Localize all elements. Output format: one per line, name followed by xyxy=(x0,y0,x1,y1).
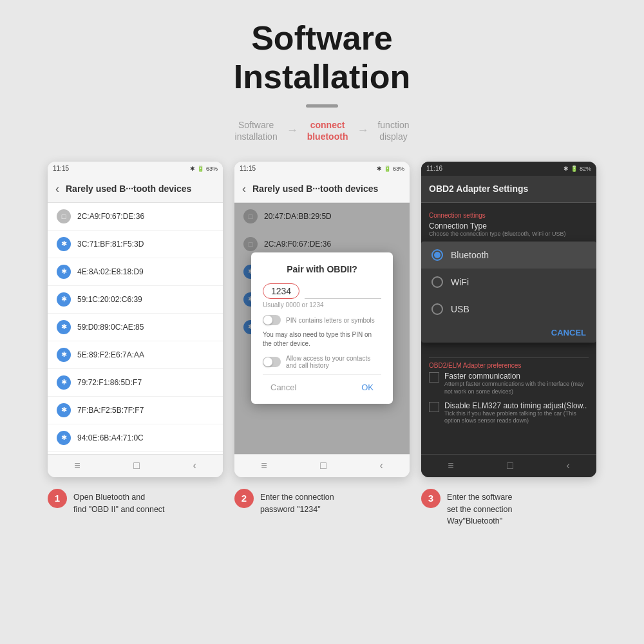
faster-comm-checkbox[interactable] xyxy=(429,372,439,383)
device-name: 59:1C:20:02:C6:39 xyxy=(77,295,142,304)
phone1-status-icons: ✱🔋 63% xyxy=(190,166,218,172)
home-icon[interactable]: □ xyxy=(320,460,327,471)
header-title: Software Installation xyxy=(234,19,410,97)
device-name: 4E:8A:02:E8:18:D9 xyxy=(77,267,144,276)
bluetooth-radio xyxy=(431,249,443,261)
connection-type-title: Connection Type xyxy=(429,222,589,231)
list-item[interactable]: □ 2C:A9:F0:67:DE:36 xyxy=(48,203,223,231)
bluetooth-label: Bluetooth xyxy=(451,250,489,260)
phone2-time: 11:15 xyxy=(240,165,256,172)
list-item[interactable]: ✱ 94:0E:6B:A4:71:0C xyxy=(48,424,223,452)
phone3-status-icons: ✱🔋82% xyxy=(564,166,591,172)
caption-2-text: Enter the connectionpassword "1234" xyxy=(260,489,334,516)
home-icon[interactable]: □ xyxy=(507,460,513,471)
device-name: 5E:89:F2:E6:7A:AA xyxy=(77,350,144,359)
toggle1-row: PIN contains letters or symbols xyxy=(263,315,381,325)
phone1-bottom-nav: ≡ □ ‹ xyxy=(48,454,223,477)
arrow-2: → xyxy=(357,124,368,137)
dialog-hint: Usually 0000 or 1234 xyxy=(263,301,381,308)
step-circle-3: 3 xyxy=(421,489,440,508)
step-circle-1: 1 xyxy=(48,489,67,508)
connection-type-item[interactable]: Connection Type Choose the connection ty… xyxy=(429,222,589,238)
page: Software Installation Softwareinstallati… xyxy=(0,0,644,644)
bluetooth-option[interactable]: Bluetooth xyxy=(421,242,596,269)
phone1-nav-bar: ‹ Rarely used B···tooth devices xyxy=(48,176,223,203)
toggle2[interactable] xyxy=(263,357,281,367)
phone2-device-list: □ 20:47:DA:BB:29:5D □ 2C:A9:F0:67:DE:36 … xyxy=(234,203,410,454)
back-icon[interactable]: ‹ xyxy=(566,460,569,471)
menu-icon[interactable]: ≡ xyxy=(448,460,453,471)
bluetooth-icon: ✱ xyxy=(57,375,71,390)
list-item[interactable]: ✱ 3C:71:BF:81:F5:3D xyxy=(48,231,223,258)
device-name: 59:D0:89:0C:AE:85 xyxy=(77,323,144,332)
disable-elm-title: Disable ELM327 auto timing adjust(Slow.. xyxy=(444,401,589,410)
list-item[interactable]: ✱ 59:1C:20:02:C6:39 xyxy=(48,286,223,314)
bluetooth-icon: ✱ xyxy=(57,348,71,362)
pair-dialog: Pair with OBDII? 1234 Usually 0000 or 12… xyxy=(251,252,393,404)
dropdown-cancel-button[interactable]: CANCEL xyxy=(421,323,596,343)
phone1-back-icon[interactable]: ‹ xyxy=(55,182,59,196)
list-item[interactable]: ✱ 79:72:F1:86:5D:F7 xyxy=(48,369,223,397)
toggle2-label: Allow access to your contacts and call h… xyxy=(286,355,381,369)
faster-comm-sub: Attempt faster communications with the i… xyxy=(444,381,589,395)
toggle1[interactable] xyxy=(263,315,281,325)
phone2-nav-bar: ‹ Rarely used B···tooth devices xyxy=(234,176,410,203)
ok-button[interactable]: OK xyxy=(354,380,381,395)
usb-label: USB xyxy=(451,304,469,314)
wifi-label: WiFi xyxy=(451,277,469,287)
caption-1: 1 Open Bluetooth andfind "OBD II" and co… xyxy=(48,489,223,527)
phone3-time: 11:16 xyxy=(426,165,442,172)
caption-2: 2 Enter the connectionpassword "1234" xyxy=(234,489,410,527)
usb-option[interactable]: USB xyxy=(421,296,596,323)
phone-1: 11:15 ✱🔋 63% ‹ Rarely used B···tooth dev… xyxy=(48,162,223,477)
bluetooth-icon: ✱ xyxy=(57,320,71,334)
pin-input-box[interactable] xyxy=(305,283,381,299)
cancel-button[interactable]: Cancel xyxy=(263,380,304,395)
phone2-back-icon[interactable]: ‹ xyxy=(242,182,246,196)
device-icon-gray: □ xyxy=(57,209,71,223)
bluetooth-icon: ✱ xyxy=(57,237,71,251)
captions-row: 1 Open Bluetooth andfind "OBD II" and co… xyxy=(26,489,618,527)
elm-section-label: OBD2/ELM Adapter preferences xyxy=(429,362,589,369)
back-icon[interactable]: ‹ xyxy=(193,460,196,471)
device-name: 79:72:F1:86:5D:F7 xyxy=(77,378,142,387)
device-name: 7F:BA:F2:5B:7F:F7 xyxy=(77,406,144,415)
radio-inner xyxy=(434,252,440,258)
phones-row: 11:15 ✱🔋 63% ‹ Rarely used B···tooth dev… xyxy=(26,162,618,477)
disable-elm-sub: Tick this if you have problem talking to… xyxy=(444,410,589,425)
bluetooth-icon: ✱ xyxy=(57,431,71,445)
list-item[interactable]: ✱ 59:D0:89:0C:AE:85 xyxy=(48,314,223,341)
list-item[interactable]: ✱ 5E:89:F2:E6:7A:AA xyxy=(48,341,223,369)
phone1-status-bar: 11:15 ✱🔋 63% xyxy=(48,162,223,176)
step-2-label: connectbluetooth xyxy=(307,119,348,142)
faster-comm-item[interactable]: Faster communication Attempt faster comm… xyxy=(429,372,589,395)
step-1-label: Softwareinstallation xyxy=(235,119,278,142)
home-icon[interactable]: □ xyxy=(133,460,140,471)
faster-comm-title: Faster communication xyxy=(444,372,589,381)
phone1-time: 11:15 xyxy=(53,165,69,172)
phone2-status-icons: ✱🔋63% xyxy=(377,166,404,172)
connection-type-sub: Choose the connection type (Bluetooth, W… xyxy=(429,231,589,238)
list-item[interactable]: ✱ 4E:8A:02:E8:18:D9 xyxy=(48,258,223,286)
phone1-device-list: □ 2C:A9:F0:67:DE:36 ✱ 3C:71:BF:81:F5:3D … xyxy=(48,203,223,454)
disable-elm-checkbox[interactable] xyxy=(429,402,439,412)
step-circle-2: 2 xyxy=(234,489,254,508)
bluetooth-icon: ✱ xyxy=(57,292,71,307)
device-name: 2C:A9:F0:67:DE:36 xyxy=(77,212,144,221)
wifi-option[interactable]: WiFi xyxy=(421,269,596,296)
list-item[interactable]: ✱ 7F:BA:F2:5B:7F:F7 xyxy=(48,397,223,424)
phone2-status-bar: 11:15 ✱🔋63% xyxy=(234,162,410,176)
device-name: 3C:71:BF:81:F5:3D xyxy=(77,240,144,249)
menu-icon[interactable]: ≡ xyxy=(74,460,80,471)
caption-3-text: Enter the softwareset the connectionWay"… xyxy=(447,489,512,527)
menu-icon[interactable]: ≡ xyxy=(261,460,267,471)
step-3-label: functiondisplay xyxy=(377,119,409,142)
dialog-actions: Cancel OK xyxy=(263,374,381,395)
toggle1-label: PIN contains letters or symbols xyxy=(286,317,375,324)
header-divider xyxy=(306,104,338,108)
dialog-overlay: Pair with OBDII? 1234 Usually 0000 or 12… xyxy=(234,203,410,454)
phone3-status-bar: 11:16 ✱🔋82% xyxy=(421,162,596,176)
disable-elm-item[interactable]: Disable ELM327 auto timing adjust(Slow..… xyxy=(429,401,589,425)
dialog-title: Pair with OBDII? xyxy=(263,264,381,274)
back-icon[interactable]: ‹ xyxy=(379,460,383,471)
